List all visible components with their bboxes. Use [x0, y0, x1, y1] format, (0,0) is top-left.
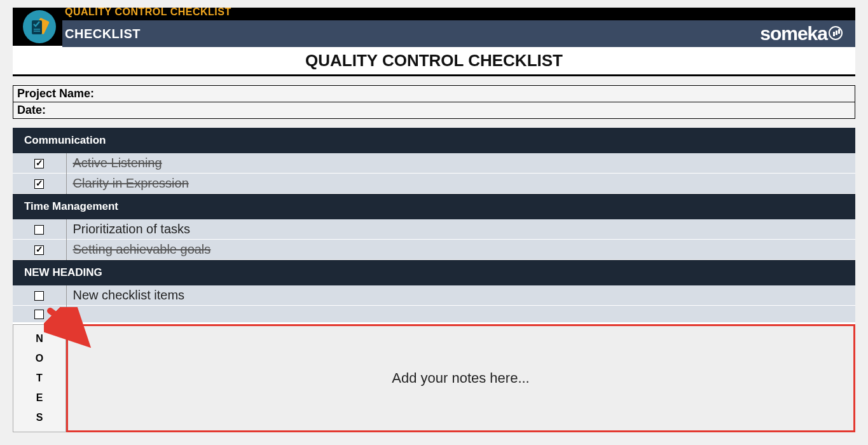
chart-icon — [829, 26, 843, 40]
banner-title: QUALITY CONTROL CHECKLIST — [62, 6, 855, 20]
section-header: Time Management — [13, 194, 855, 219]
checklist-row: New checklist items — [13, 285, 855, 306]
checklist-item-label[interactable]: Clarity in Expression — [66, 174, 855, 194]
page-title: QUALITY CONTROL CHECKLIST — [13, 46, 855, 76]
checklist-item-label[interactable]: Setting achievable goals — [66, 240, 855, 260]
section-header: Communication — [13, 128, 855, 153]
checklist-item-label[interactable] — [66, 306, 855, 323]
svg-rect-1 — [32, 20, 42, 34]
checklist-item-label[interactable]: Active Listening — [66, 153, 855, 174]
checklist-row — [13, 306, 855, 323]
notes-area[interactable]: Add your notes here... — [66, 324, 855, 432]
project-name-label: Project Name: — [17, 87, 94, 100]
checkbox[interactable] — [34, 310, 44, 319]
checkbox[interactable] — [34, 245, 44, 255]
checklist-icon — [23, 10, 56, 43]
checkbox[interactable] — [34, 179, 44, 189]
notes-placeholder: Add your notes here... — [392, 370, 529, 387]
checkbox[interactable] — [34, 291, 44, 301]
brand-logo: someka — [760, 23, 855, 44]
meta-box: Project Name: Date: — [13, 85, 855, 119]
checkbox[interactable] — [34, 159, 44, 168]
checklist-item-label[interactable]: Prioritization of tasks — [66, 219, 855, 240]
section-header: NEW HEADING — [13, 260, 855, 285]
checklist-row: Active Listening — [13, 153, 855, 174]
project-name-field[interactable] — [94, 87, 851, 100]
checklist-item-label[interactable]: New checklist items — [66, 285, 855, 306]
banner-subtitle: CHECKLIST — [65, 27, 141, 41]
notes-vertical-label: NOTES — [13, 324, 66, 432]
checkbox[interactable] — [34, 225, 44, 235]
checklist-row: Setting achievable goals — [13, 240, 855, 260]
date-field[interactable] — [46, 104, 851, 117]
date-label: Date: — [17, 104, 46, 117]
top-banner: QUALITY CONTROL CHECKLIST CHECKLIST some… — [13, 8, 855, 46]
checklist-row: Clarity in Expression — [13, 174, 855, 194]
checklist-row: Prioritization of tasks — [13, 219, 855, 240]
